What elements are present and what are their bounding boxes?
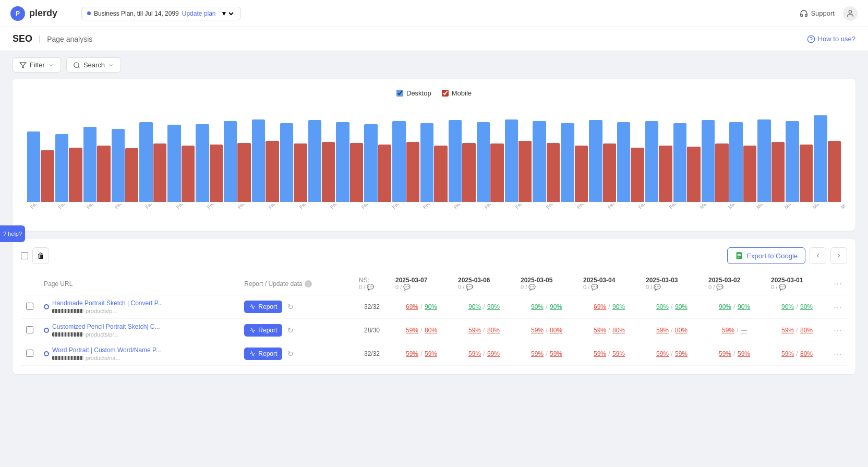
user-avatar[interactable] bbox=[843, 6, 858, 21]
mobile-score-0-3[interactable]: 90% bbox=[612, 303, 625, 310]
info-icon[interactable]: i bbox=[305, 280, 312, 288]
mobile-score-0-1[interactable]: 90% bbox=[487, 303, 500, 310]
mobile-score-2-5[interactable]: 59% bbox=[738, 350, 750, 357]
mobile-score-1-5[interactable]: — bbox=[741, 327, 747, 334]
score-cell-2-6: 59% / 80% bbox=[766, 342, 828, 366]
desktop-score-2-2[interactable]: 59% bbox=[531, 350, 544, 357]
slash-1-0: / bbox=[420, 327, 424, 334]
desktop-score-0-4[interactable]: 90% bbox=[656, 303, 669, 310]
mobile-checkbox[interactable] bbox=[442, 90, 449, 97]
logo: P plerdy bbox=[10, 6, 73, 21]
report-button-2[interactable]: Report bbox=[244, 348, 282, 360]
mobile-score-2-2[interactable]: 59% bbox=[550, 350, 562, 357]
score-cell-0-4: 90% / 90% bbox=[641, 295, 703, 319]
row-checkbox-1[interactable] bbox=[26, 326, 33, 333]
row-more-0[interactable]: ⋯ bbox=[834, 303, 842, 312]
prev-page-button[interactable] bbox=[810, 247, 826, 264]
row-checkbox-2[interactable] bbox=[26, 350, 33, 357]
mobile-score-0-0[interactable]: 90% bbox=[425, 303, 437, 310]
more-options-icon[interactable]: ⋯ bbox=[834, 279, 842, 288]
logo-icon: P bbox=[10, 6, 25, 21]
desktop-score-1-1[interactable]: 59% bbox=[468, 327, 481, 334]
google-sheets-icon bbox=[735, 252, 743, 260]
desktop-score-0-2[interactable]: 90% bbox=[531, 303, 544, 310]
bar-desktop-28 bbox=[814, 115, 827, 202]
refresh-button-0[interactable]: ↻ bbox=[285, 302, 296, 312]
report-button-0[interactable]: Report bbox=[244, 301, 282, 313]
report-button-1[interactable]: Report bbox=[244, 324, 282, 337]
how-to-use-button[interactable]: How to use? bbox=[807, 35, 855, 43]
desktop-score-2-0[interactable]: 59% bbox=[406, 350, 418, 357]
filter-button[interactable]: Filter bbox=[13, 57, 61, 73]
export-google-button[interactable]: Export to Google bbox=[727, 247, 805, 264]
url-link-2[interactable]: Word Portrait | Custom Word/Name P... bbox=[52, 346, 161, 354]
desktop-score-0-3[interactable]: 69% bbox=[594, 303, 606, 310]
mobile-score-2-4[interactable]: 59% bbox=[675, 350, 688, 357]
mobile-score-1-2[interactable]: 80% bbox=[550, 327, 562, 334]
desktop-score-2-4[interactable]: 59% bbox=[656, 350, 669, 357]
desktop-score-0-1[interactable]: 90% bbox=[468, 303, 481, 310]
mobile-score-0-5[interactable]: 90% bbox=[738, 303, 750, 310]
slash-1-1: / bbox=[483, 327, 487, 334]
url-link-1[interactable]: Customized Pencil Portrait Sketch| C... bbox=[52, 323, 160, 330]
bar-desktop-4 bbox=[139, 122, 152, 202]
slash-2-4: / bbox=[671, 350, 674, 357]
desktop-score-0-0[interactable]: 69% bbox=[406, 303, 418, 310]
desktop-score-1-5[interactable]: 59% bbox=[722, 327, 734, 334]
score-cell-1-0: 59% / 80% bbox=[390, 319, 453, 342]
desktop-score-1-6[interactable]: 59% bbox=[781, 327, 794, 334]
score-cell-2-1: 59% / 59% bbox=[453, 342, 515, 366]
search-button[interactable]: Search bbox=[66, 57, 121, 73]
mobile-score-2-6[interactable]: 80% bbox=[800, 350, 813, 357]
desktop-score-1-2[interactable]: 59% bbox=[531, 327, 544, 334]
bar-desktop-6 bbox=[196, 124, 209, 202]
row-more-2[interactable]: ⋯ bbox=[834, 350, 842, 358]
ns-value-1: 28/30 bbox=[354, 319, 390, 342]
desktop-score-0-6[interactable]: 90% bbox=[781, 303, 794, 310]
desktop-score-2-6[interactable]: 59% bbox=[781, 350, 794, 357]
delete-button[interactable]: 🗑 bbox=[32, 247, 49, 264]
update-plan-link[interactable]: Update plan bbox=[182, 10, 216, 17]
desktop-score-2-5[interactable]: 59% bbox=[719, 350, 731, 357]
mobile-score-0-6[interactable]: 90% bbox=[800, 303, 813, 310]
pixel-preview-1 bbox=[52, 332, 83, 337]
table-head: Page URL Report / Update data i NS: 0 / … bbox=[21, 272, 847, 295]
bar-group-8 bbox=[252, 119, 279, 202]
desktop-score-1-3[interactable]: 59% bbox=[594, 327, 606, 334]
desktop-score-2-1[interactable]: 59% bbox=[468, 350, 481, 357]
bar-mobile-7 bbox=[237, 143, 250, 202]
bar-desktop-0 bbox=[27, 131, 40, 202]
url-link-0[interactable]: Handmade Portrait Sketch | Convert P... bbox=[52, 300, 163, 307]
refresh-button-1[interactable]: ↻ bbox=[285, 325, 296, 336]
mobile-score-1-1[interactable]: 80% bbox=[487, 327, 500, 334]
url-path-0: products/p... bbox=[86, 308, 117, 314]
support-button[interactable]: Support bbox=[800, 9, 835, 18]
next-page-button[interactable] bbox=[830, 247, 847, 264]
chart-icon-2 bbox=[249, 351, 256, 357]
help-button[interactable]: ? help? bbox=[0, 225, 25, 242]
desktop-score-2-3[interactable]: 59% bbox=[594, 350, 606, 357]
desktop-score-0-5[interactable]: 90% bbox=[719, 303, 731, 310]
mobile-score-0-4[interactable]: 90% bbox=[675, 303, 688, 310]
mobile-score-2-3[interactable]: 59% bbox=[612, 350, 625, 357]
mobile-score-1-4[interactable]: 80% bbox=[675, 327, 688, 334]
bar-desktop-11 bbox=[336, 122, 349, 202]
bar-desktop-9 bbox=[280, 123, 293, 202]
desktop-checkbox[interactable] bbox=[396, 90, 403, 97]
desktop-score-1-0[interactable]: 59% bbox=[406, 327, 418, 334]
row-checkbox-0[interactable] bbox=[26, 303, 33, 310]
mobile-score-2-0[interactable]: 59% bbox=[425, 350, 437, 357]
mobile-score-2-1[interactable]: 59% bbox=[487, 350, 500, 357]
date-6-label: 2025-03-01 bbox=[771, 277, 823, 284]
bar-group-3 bbox=[112, 129, 139, 202]
row-more-1[interactable]: ⋯ bbox=[834, 326, 842, 335]
select-all-checkbox[interactable] bbox=[21, 252, 28, 259]
mobile-score-1-0[interactable]: 80% bbox=[425, 327, 437, 334]
desktop-score-1-4[interactable]: 59% bbox=[656, 327, 669, 334]
refresh-button-2[interactable]: ↻ bbox=[285, 349, 296, 359]
mobile-score-0-2[interactable]: 90% bbox=[550, 303, 562, 310]
chevron-left-icon bbox=[815, 253, 821, 259]
mobile-score-1-6[interactable]: 80% bbox=[800, 327, 813, 334]
plan-select[interactable]: ▼ bbox=[219, 9, 235, 18]
mobile-score-1-3[interactable]: 80% bbox=[612, 327, 625, 334]
